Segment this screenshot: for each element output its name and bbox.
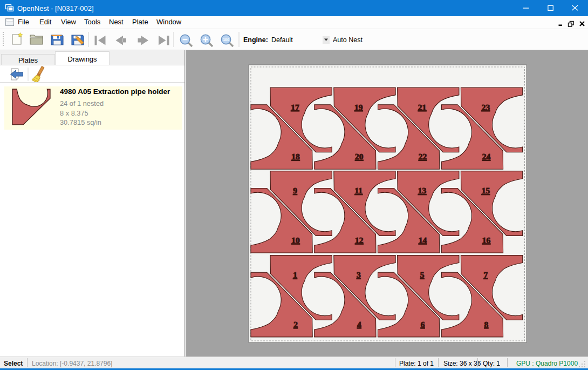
- svg-text:18: 18: [291, 152, 300, 161]
- svg-text:7: 7: [484, 270, 488, 279]
- svg-text:24: 24: [482, 152, 491, 161]
- svg-text:17: 17: [291, 103, 299, 112]
- svg-text:13: 13: [418, 186, 427, 195]
- svg-text:9: 9: [293, 186, 297, 195]
- svg-text:2: 2: [293, 320, 298, 329]
- svg-text:23: 23: [482, 103, 490, 112]
- svg-text:12: 12: [355, 236, 364, 245]
- svg-text:10: 10: [291, 236, 300, 245]
- svg-text:11: 11: [354, 186, 363, 195]
- svg-text:6: 6: [421, 320, 425, 329]
- svg-text:8: 8: [484, 320, 489, 329]
- svg-text:16: 16: [482, 236, 491, 245]
- svg-text:14: 14: [419, 236, 427, 245]
- svg-text:1: 1: [293, 270, 297, 279]
- svg-text:3: 3: [357, 270, 361, 279]
- svg-text:100: 100: [223, 38, 229, 42]
- svg-text:4: 4: [357, 320, 361, 329]
- svg-text:15: 15: [482, 186, 490, 195]
- svg-text:19: 19: [354, 103, 363, 112]
- svg-text:20: 20: [355, 152, 364, 161]
- svg-text:22: 22: [419, 152, 427, 161]
- svg-text:21: 21: [418, 103, 427, 112]
- svg-text:5: 5: [420, 270, 425, 279]
